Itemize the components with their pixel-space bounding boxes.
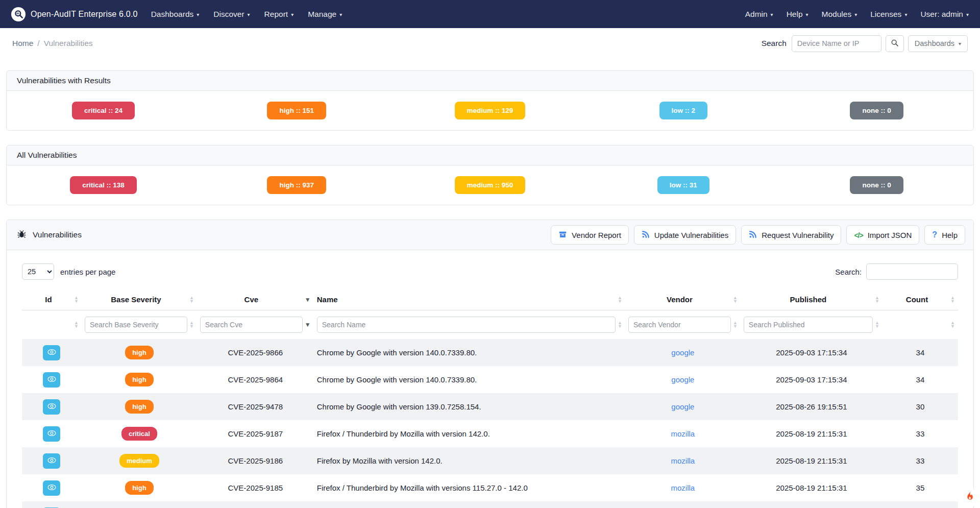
published-cell: 2025-09-03 17:15:34 <box>741 339 883 366</box>
severity-badge[interactable]: critical :: 24 <box>72 102 135 119</box>
column-header-published[interactable]: Published▲▼ <box>741 290 883 310</box>
all-vulnerabilities-card: All Vulnerabilities critical :: 138high … <box>6 145 974 205</box>
nav-menu-item[interactable]: Admin <box>745 10 773 19</box>
filter-input-cve[interactable] <box>200 317 303 333</box>
hot-actions-button[interactable] <box>962 489 977 506</box>
view-details-button[interactable] <box>43 399 60 415</box>
nav-menu-item[interactable]: Help <box>787 10 808 19</box>
view-details-button[interactable] <box>43 345 60 360</box>
column-label: Published <box>744 295 873 304</box>
sort-icon[interactable]: ▲▼ <box>950 296 955 303</box>
severity-badge[interactable]: medium :: 129 <box>455 102 526 119</box>
table-card-title: Vulnerabilities <box>17 229 82 241</box>
device-search-input[interactable] <box>792 35 881 52</box>
nav-menu-item[interactable]: User: admin <box>920 10 969 19</box>
breadcrumb: Home / Vulnerabilities <box>12 39 93 48</box>
filter-input-published[interactable] <box>744 317 873 333</box>
vendor-link[interactable]: mozilla <box>671 456 695 465</box>
request-vulnerability-button[interactable]: Request Vulnerability <box>741 225 841 245</box>
table-row: highCVE-2025-9864Chrome by Google with v… <box>22 366 958 393</box>
vendor-link[interactable]: google <box>671 348 694 357</box>
nav-menu-item[interactable]: Dashboards <box>151 10 200 19</box>
column-header-id[interactable]: Id▲▼ <box>22 290 82 310</box>
sort-icon[interactable]: ▲▼ <box>733 321 738 328</box>
import-json-button[interactable]: </>Import JSON <box>846 225 919 245</box>
button-label: Vendor Report <box>572 231 621 239</box>
sort-icon[interactable]: ▲▼ <box>875 321 879 328</box>
eye-icon <box>47 376 56 384</box>
cve-cell: CVE-2025-9184 <box>197 501 314 508</box>
vendor-link[interactable]: mozilla <box>671 483 695 492</box>
table-body: highCVE-2025-9866Chrome by Google with v… <box>22 339 958 508</box>
device-search-button[interactable] <box>886 35 904 52</box>
sort-desc-icon[interactable]: ▼ <box>305 322 311 328</box>
cve-cell: CVE-2025-9478 <box>197 393 314 420</box>
nav-menu-item[interactable]: Licenses <box>870 10 907 19</box>
severity-badge[interactable]: critical :: 138 <box>70 176 137 194</box>
column-label: Name <box>317 295 616 304</box>
severity-badge[interactable]: medium :: 950 <box>455 176 526 194</box>
view-details-button[interactable] <box>43 426 60 442</box>
vendor-link[interactable]: google <box>671 402 694 411</box>
sort-icon[interactable]: ▲▼ <box>74 296 79 303</box>
vendor-link[interactable]: google <box>671 375 694 384</box>
nav-menu-item[interactable]: Modules <box>822 10 857 19</box>
filter-cell-name: ▲▼ <box>314 310 625 340</box>
vulnerabilities-table-card: Vulnerabilities Vendor ReportUpdate Vuln… <box>6 220 974 508</box>
sort-icon[interactable]: ▲▼ <box>189 296 194 303</box>
column-header-count[interactable]: Count▲▼ <box>883 290 958 310</box>
view-details-button[interactable] <box>43 453 60 469</box>
sort-icon[interactable]: ▲▼ <box>74 321 79 328</box>
filter-input-vendor[interactable] <box>628 317 731 333</box>
view-details-button[interactable] <box>43 372 60 388</box>
severity-badge[interactable]: none :: 0 <box>850 102 903 119</box>
severity-badge[interactable]: high :: 937 <box>267 176 326 194</box>
breadcrumb-home-link[interactable]: Home <box>12 39 33 48</box>
vendor-link[interactable]: mozilla <box>671 429 695 438</box>
sort-icon[interactable]: ▲▼ <box>733 296 738 303</box>
column-header-vendor[interactable]: Vendor▲▼ <box>625 290 741 310</box>
sort-icon[interactable]: ▲▼ <box>189 321 194 328</box>
nav-menu-item[interactable]: Report <box>264 10 294 19</box>
published-cell: 2025-08-26 19:15:51 <box>741 393 883 420</box>
update-vulnerabilities-button[interactable]: Update Vulnerabilities <box>634 225 736 245</box>
severity-pill: critical <box>121 427 157 441</box>
severity-badge[interactable]: low :: 31 <box>657 176 709 194</box>
rss-icon <box>642 230 650 240</box>
question-icon: ? <box>932 230 937 239</box>
name-cell: Chrome by Google with version 140.0.7339… <box>314 366 625 393</box>
filter-cell-count: ▲▼ <box>883 310 958 340</box>
filter-input-name[interactable] <box>317 317 616 333</box>
table-row: highCVE-2025-9478Chrome by Google with v… <box>22 393 958 420</box>
severity-badges-row: critical :: 24high :: 151medium :: 129lo… <box>7 91 973 130</box>
entries-per-page-select[interactable]: 25 <box>22 263 54 280</box>
vendor-report-button[interactable]: Vendor Report <box>551 225 629 245</box>
sort-icon[interactable]: ▲▼ <box>950 321 955 328</box>
nav-menu-item[interactable]: Discover <box>213 10 250 19</box>
filter-input-base-severity[interactable] <box>85 317 187 333</box>
sort-icon[interactable]: ▲▼ <box>618 296 622 303</box>
rss-icon <box>749 230 757 240</box>
vulnerabilities-table: Id▲▼Base Severity▲▼Cve▼Name▲▼Vendor▲▼Pub… <box>22 290 958 508</box>
breadcrumb-current: Vulnerabilities <box>44 39 93 48</box>
button-label: Update Vulnerabilities <box>654 231 728 239</box>
view-details-button[interactable] <box>43 480 60 496</box>
dashboards-dropdown-button[interactable]: Dashboards <box>908 35 968 52</box>
app-brand[interactable]: Open-AudIT Enterprise 6.0.0 <box>11 7 138 21</box>
column-header-cve[interactable]: Cve▼ <box>197 290 314 310</box>
severity-badge[interactable]: none :: 0 <box>850 176 903 194</box>
nav-menu-item[interactable]: Manage <box>308 10 342 19</box>
sort-desc-icon[interactable]: ▼ <box>305 297 311 303</box>
sort-icon[interactable]: ▲▼ <box>875 296 879 303</box>
sort-icon[interactable]: ▲▼ <box>618 321 622 328</box>
severity-badge[interactable]: high :: 151 <box>267 102 326 119</box>
flame-icon <box>965 495 974 503</box>
table-row: highCVE-2025-9184Firefox / Thunderbird b… <box>22 501 958 508</box>
severity-badge[interactable]: low :: 2 <box>659 102 708 119</box>
column-header-base-severity[interactable]: Base Severity▲▼ <box>82 290 197 310</box>
help-button[interactable]: ?Help <box>924 225 965 245</box>
table-search-input[interactable] <box>866 263 958 280</box>
column-header-name[interactable]: Name▲▼ <box>314 290 625 310</box>
severity-pill: high <box>125 400 153 414</box>
cve-cell: CVE-2025-9187 <box>197 420 314 447</box>
